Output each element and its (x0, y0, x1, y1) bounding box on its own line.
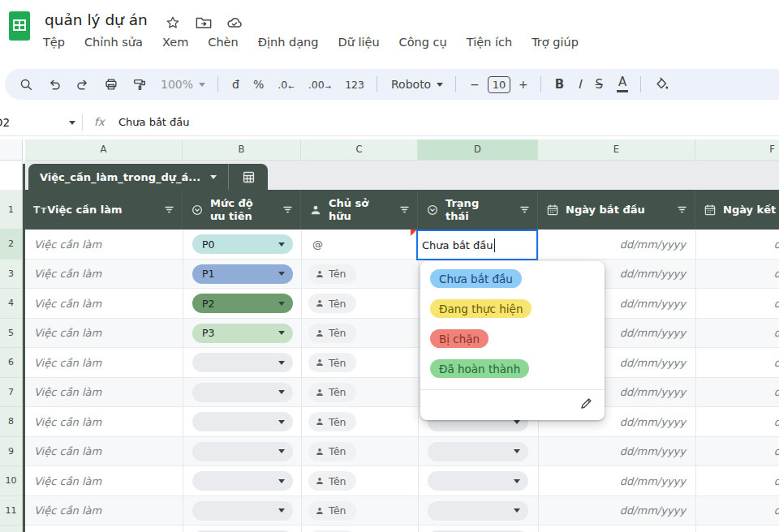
print-icon[interactable] (104, 77, 118, 92)
font-size-input[interactable]: 10 (488, 76, 510, 93)
increase-font-size-button[interactable]: + (519, 78, 528, 91)
cell-owner-9[interactable]: Tên (301, 437, 418, 467)
row-header-12[interactable]: 12 (0, 526, 23, 532)
cell-start-9[interactable]: dd/mm/yyyy (538, 437, 695, 467)
table-name-chip[interactable]: Việc_cần_làm_trong_dự_á... (28, 164, 268, 190)
cell-owner-2[interactable]: @ (301, 230, 418, 260)
cell-owner-5[interactable]: Tên (301, 319, 418, 349)
strikethrough-button[interactable]: S (596, 77, 604, 92)
table-header-b[interactable]: Mức độ ưu tiên (183, 190, 301, 230)
cell-status-11[interactable] (418, 496, 538, 526)
menu-item-1[interactable]: Chỉnh sửa (84, 36, 143, 49)
cell-task-8[interactable]: Việc cần làm (25, 407, 183, 437)
column-header-C[interactable]: C (301, 139, 418, 161)
menu-item-5[interactable]: Dữ liệu (338, 36, 379, 49)
cell-task-4[interactable]: Việc cần làm (25, 289, 183, 319)
edit-pencil-icon[interactable] (579, 397, 593, 410)
column-header-F[interactable]: F (695, 139, 779, 161)
row-header-3[interactable]: 3 (0, 260, 23, 290)
cell-owner-4[interactable]: Tên (301, 289, 418, 319)
cell-priority-10[interactable] (183, 466, 301, 496)
filter-icon[interactable] (163, 204, 175, 216)
owner-chip[interactable]: Tên (308, 353, 356, 372)
table-header-f[interactable]: Ngày kết thúc (695, 190, 779, 230)
increase-decimal-button[interactable]: .00→ (308, 78, 331, 91)
menu-item-0[interactable]: Tệp (43, 36, 65, 49)
row-header-6[interactable]: 6 (0, 348, 23, 378)
row-header-5[interactable]: 5 (0, 319, 23, 349)
cell-owner-3[interactable]: Tên (301, 260, 418, 290)
row-header-4[interactable]: 4 (0, 289, 23, 319)
cell-start-12[interactable]: dd/mm/yyyy (538, 526, 695, 532)
cell-end-9[interactable]: dd/mm/yyyy (695, 437, 779, 467)
column-header-E[interactable]: E (538, 139, 695, 161)
row-header-9[interactable]: 9 (0, 437, 23, 467)
menu-item-3[interactable]: Chèn (208, 36, 238, 49)
cell-end-6[interactable]: dd/mm/yyyy (695, 348, 779, 378)
font-select[interactable]: Roboto (391, 78, 443, 91)
row-header-8[interactable]: 8 (0, 407, 23, 437)
cell-owner-10[interactable]: Tên (301, 466, 418, 496)
dropdown-pill[interactable] (428, 442, 528, 461)
cell-priority-9[interactable] (183, 437, 301, 467)
dropdown-pill[interactable]: P1 (192, 264, 293, 284)
cell-task-5[interactable]: Việc cần làm (25, 319, 183, 349)
dropdown-pill[interactable] (428, 471, 528, 491)
italic-button[interactable]: I (578, 77, 581, 92)
table-header-c[interactable]: Chủ sở hữu (301, 190, 418, 230)
cell-owner-12[interactable]: Tên (301, 526, 418, 532)
cell-end-12[interactable]: dd/mm/yyyy (695, 526, 779, 532)
sheet-corner[interactable] (0, 139, 23, 161)
cell-end-11[interactable]: dd/mm/yyyy (695, 496, 779, 526)
cell-end-5[interactable]: dd/mm/yyyy (695, 319, 779, 349)
owner-chip[interactable]: Tên (308, 412, 356, 431)
percent-format-button[interactable]: % (253, 78, 264, 91)
menu-item-6[interactable]: Công cụ (399, 36, 447, 49)
name-box-caret-icon[interactable] (69, 121, 75, 125)
cell-priority-7[interactable] (183, 378, 301, 408)
cell-status-12[interactable] (418, 526, 538, 532)
cell-status-9[interactable] (418, 437, 538, 467)
cell-end-8[interactable]: dd/mm/yyyy (695, 407, 779, 437)
cell-priority-12[interactable] (183, 526, 301, 532)
cell-owner-8[interactable]: Tên (301, 407, 418, 437)
undo-icon[interactable] (47, 77, 62, 92)
sheets-logo-icon[interactable] (7, 10, 32, 42)
number-format-button[interactable]: 123 (345, 79, 364, 91)
filter-icon[interactable] (282, 204, 294, 216)
cell-priority-5[interactable]: P3 (183, 319, 301, 349)
cell-end-2[interactable]: dd/mm/yyyy (695, 230, 779, 260)
cell-start-11[interactable]: dd/mm/yyyy (538, 496, 695, 526)
owner-chip[interactable]: Tên (308, 294, 356, 313)
cell-task-7[interactable]: Việc cần làm (25, 378, 183, 408)
chevron-down-icon[interactable] (210, 175, 217, 179)
cell-task-6[interactable]: Việc cần làm (25, 348, 183, 378)
dropdown-pill[interactable] (192, 353, 293, 372)
filter-icon[interactable] (676, 204, 688, 216)
cell-priority-8[interactable] (183, 407, 301, 437)
cell-owner-11[interactable]: Tên (301, 496, 418, 526)
cell-priority-2[interactable]: P0 (183, 230, 301, 260)
redo-icon[interactable] (75, 77, 90, 92)
row-header-10[interactable]: 10 (0, 466, 23, 496)
table-header-a[interactable]: TтViệc cần làm (25, 190, 183, 230)
dropdown-pill[interactable] (192, 412, 293, 431)
menu-item-2[interactable]: Xem (162, 36, 188, 49)
text-color-button[interactable]: A (617, 76, 628, 92)
owner-chip[interactable]: Tên (308, 501, 356, 521)
formula-bar-value[interactable]: Chưa bắt đầu (118, 116, 190, 128)
cell-priority-11[interactable] (183, 496, 301, 526)
menu-item-7[interactable]: Tiện ích (467, 36, 512, 49)
status-option-1[interactable]: Đang thực hiện (430, 299, 595, 318)
cell-task-11[interactable]: Việc cần làm (25, 496, 183, 526)
move-folder-icon[interactable] (195, 15, 213, 31)
dropdown-pill[interactable] (192, 501, 293, 521)
row-header-1[interactable]: 1 (0, 190, 23, 230)
owner-chip[interactable]: Tên (308, 442, 356, 461)
status-option-0[interactable]: Chưa bắt đầu (430, 269, 595, 288)
decrease-font-size-button[interactable]: − (470, 78, 480, 91)
cell-owner-7[interactable]: Tên (301, 378, 418, 408)
dropdown-pill[interactable] (428, 501, 528, 521)
cell-owner-6[interactable]: Tên (301, 348, 418, 378)
owner-chip[interactable]: Tên (308, 471, 356, 491)
